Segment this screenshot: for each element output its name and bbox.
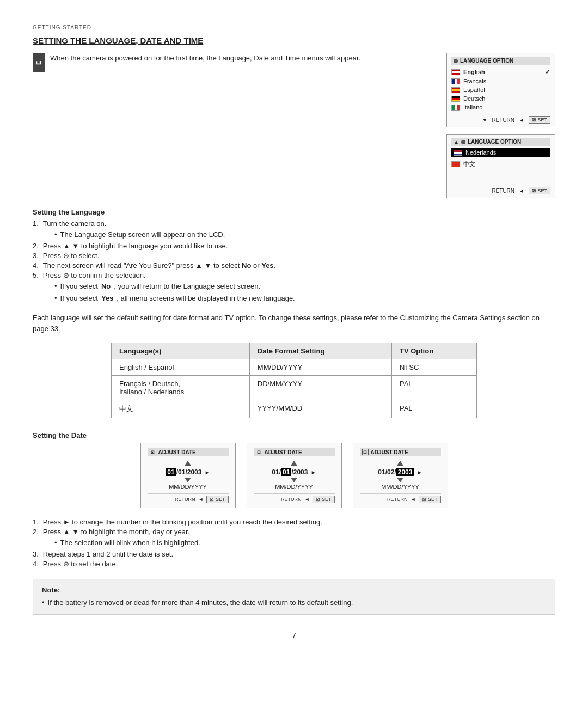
table-cell-lang-2: Français / Deutsch,Italiano / Nederlands — [112, 376, 250, 400]
table-cell-tv-3: PAL — [391, 400, 476, 418]
note-box: Note: If the battery is removed or dead … — [33, 579, 555, 615]
lang-chinese-label: 中文 — [463, 160, 475, 168]
lang-item-chinese[interactable]: 中文 — [451, 159, 550, 169]
table-cell-lang-1: English / Español — [112, 359, 250, 376]
date-panel3-return: RETURN — [387, 497, 408, 502]
table-header-language: Language(s) — [112, 343, 250, 359]
panel1-set-btn[interactable]: ⊠ SET — [529, 116, 550, 124]
date-step-4-num: 4. — [33, 560, 39, 568]
step-1-text: Turn the camera on. — [43, 219, 107, 228]
date-panel1-return-icon: ◄ — [199, 497, 204, 502]
note-text: If the battery is removed or dead for mo… — [42, 597, 546, 608]
triangle-up-p2-icon — [291, 461, 297, 466]
date-value-2: 01/01/2003 ► — [254, 468, 335, 476]
date-step-1-num: 1. — [33, 518, 39, 526]
lang-item-deutsch[interactable]: Deutsch — [451, 94, 550, 103]
date-panel3-footer: RETURN ◄ ⊠ SET — [360, 493, 441, 503]
date-step-3-text: Repeat steps 1 and 2 until the date is s… — [43, 550, 173, 558]
date-panel-1: ⊡ ADJUST DATE 01/01/2003 ► MM/DD/YYYY RE… — [140, 443, 236, 508]
lang-item-nederlands[interactable]: Nederlands — [451, 148, 550, 157]
lang-francais-label: Français — [463, 78, 486, 84]
date-format-1: MM/DD/YYYY — [148, 484, 229, 490]
date-panel1-return: RETURN — [175, 497, 195, 502]
panel2-return-label: RETURN — [492, 188, 514, 194]
date-panel-2: ⊡ ADJUST DATE 01/01/2003 ► MM/DD/YYYY RE… — [247, 443, 342, 508]
table-cell-format-2: DD/MM/YYYY — [249, 376, 391, 400]
step-5-text: Press ⊛ to confirm the selection. — [43, 271, 146, 279]
language-panel-2: ▲ LANGUAGE OPTION Nederlands 中文 RETURN ◄… — [446, 134, 555, 198]
panel2-set-btn[interactable]: ⊠ SET — [529, 187, 550, 194]
date-step-4-text: Press ⊛ to set the date. — [43, 560, 118, 568]
panel1-footer: ▼ RETURN ◄ ⊠ SET — [451, 114, 550, 124]
table-row: English / Español MM/DD/YYYY NTSC — [112, 359, 477, 376]
date-step-2-bullet: The selection will blink when it is high… — [54, 537, 555, 548]
step-1-num: 1. — [33, 219, 39, 228]
flag-es-icon — [451, 87, 460, 93]
lang-english-label: English — [463, 69, 485, 75]
step-5-bullet2: If you select Yes, all menu screens will… — [54, 293, 555, 304]
lang-nederlands-label: Nederlands — [465, 149, 496, 156]
panel1-return-label: RETURN — [492, 117, 514, 123]
language-panel-1: LANGUAGE OPTION English ✓ Français Españ… — [446, 53, 555, 127]
language-panels: LANGUAGE OPTION English ✓ Français Españ… — [446, 53, 555, 198]
date-panel2-return-icon: ◄ — [305, 497, 310, 502]
lang-item-francais[interactable]: Français — [451, 77, 550, 85]
language-table: Language(s) Date Format Setting TV Optio… — [111, 343, 477, 418]
triangle-up-icon: ▲ — [454, 139, 459, 145]
panel2-footer: RETURN ◄ ⊠ SET — [451, 185, 550, 194]
panel1-triangle-down-icon: ▼ — [482, 117, 487, 123]
table-row: Français / Deutsch,Italiano / Nederlands… — [112, 376, 477, 400]
date-panel2-set-btn[interactable]: ⊠ SET — [313, 496, 334, 503]
lang-item-espanol[interactable]: Español — [451, 85, 550, 94]
date-step-2-num: 2. — [33, 528, 39, 536]
flag-it-icon — [451, 105, 460, 111]
date-format-3: MM/DD/YYYY — [360, 484, 441, 490]
table-cell-tv-2: PAL — [391, 376, 476, 400]
table-header-tv: TV Option — [391, 343, 476, 359]
step-4-text: The next screen will read "Are You Sure?… — [43, 261, 275, 270]
lang-item-english[interactable]: English ✓ — [451, 67, 550, 77]
intro-paragraph: When the camera is powered on for the fi… — [50, 53, 430, 64]
step-5-bullet1: If you select No, you will return to the… — [54, 281, 555, 292]
check-icon: ✓ — [545, 68, 550, 76]
date-panel2-return: RETURN — [281, 497, 302, 502]
setting-date-title: Setting the Date — [33, 431, 555, 439]
date-panel1-title: ADJUST DATE — [158, 449, 196, 455]
return-icon: ◄ — [519, 117, 524, 123]
date-panel3-return-icon: ◄ — [411, 497, 416, 502]
date-value-1: 01/01/2003 ► — [148, 468, 229, 476]
date-format-2: MM/DD/YYYY — [254, 484, 335, 490]
date-panel1-set-btn[interactable]: ⊠ SET — [206, 496, 228, 503]
page-title: SETTING THE LANGUAGE, DATE AND TIME — [33, 36, 555, 45]
date-panel3-set-btn[interactable]: ⊠ SET — [419, 496, 440, 503]
setting-language-title: Setting the Language — [33, 208, 555, 216]
panel2-return-icon: ◄ — [519, 188, 524, 194]
flag-de-icon — [451, 96, 460, 102]
lang-item-italiano[interactable]: Italiano — [451, 103, 550, 112]
triangle-down-p2-icon — [291, 478, 297, 482]
date-panels: ⊡ ADJUST DATE 01/01/2003 ► MM/DD/YYYY RE… — [33, 443, 555, 508]
section-badge: E — [33, 53, 45, 72]
breadcrumb: GETTING STARTED — [33, 22, 555, 30]
date-step-2-text: Press ▲ ▼ to highlight the month, day or… — [43, 528, 189, 536]
step-5-num: 5. — [33, 271, 39, 279]
dot2-icon — [461, 140, 465, 144]
page-number: 7 — [33, 631, 555, 639]
step-2-num: 2. — [33, 242, 39, 250]
date-panel1-footer: RETURN ◄ ⊠ SET — [148, 493, 229, 503]
triangle-down-p1-icon — [185, 478, 191, 482]
step-3-num: 3. — [33, 252, 39, 260]
date-panel2-title: ADJUST DATE — [265, 449, 302, 455]
panel2-title: LANGUAGE OPTION — [468, 139, 521, 145]
date-panel1-icon: ⊡ — [150, 449, 156, 455]
step-1-bullet: The Language Setup screen will appear on… — [54, 229, 555, 240]
step-3-text: Press ⊛ to select. — [43, 252, 99, 260]
lang-italiano-label: Italiano — [463, 104, 482, 111]
date-step-1-text: Press ► to change the number in the blin… — [43, 518, 322, 526]
note-title: Note: — [42, 586, 546, 594]
table-cell-format-1: MM/DD/YYYY — [249, 359, 391, 376]
step-2-text: Press ▲ ▼ to highlight the language you … — [43, 242, 228, 250]
setting-language-section: Setting the Language 1. Turn the camera … — [33, 208, 555, 304]
setting-date-section: Setting the Date ⊡ ADJUST DATE 01/01/200… — [33, 431, 555, 568]
date-value-3: 01/02/2003 ► — [360, 468, 441, 476]
